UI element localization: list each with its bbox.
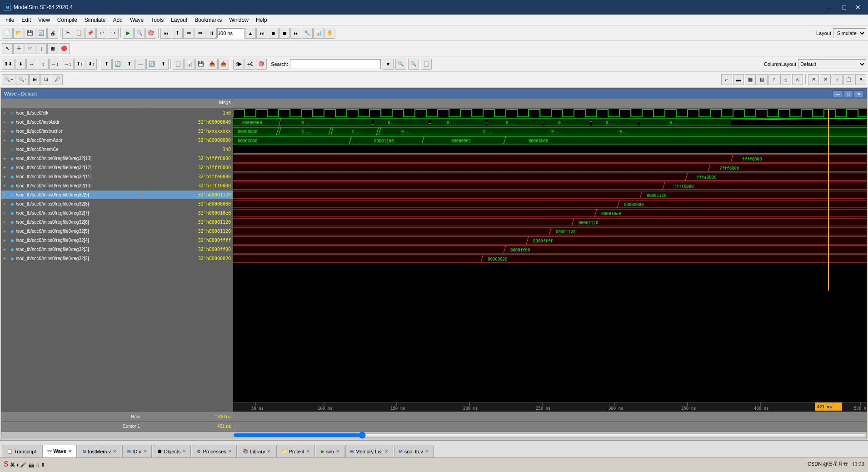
wave-ctrl1[interactable]: ⬆ <box>101 59 112 70</box>
shape-btn1[interactable]: ⌐ <box>721 74 732 85</box>
sim-btn5[interactable]: 🔧 <box>302 28 313 39</box>
maximize-button[interactable]: □ <box>839 3 850 12</box>
tab-instmem[interactable]: M InstMem.v ✕ <box>78 445 121 457</box>
wave-ctrl6[interactable]: ⬆ <box>158 59 169 70</box>
shape-btn3[interactable]: ▩ <box>745 74 756 85</box>
new-btn[interactable]: 📄 <box>2 28 13 39</box>
signal-row-reg6[interactable]: + ◆ /soc_tb/soc0/mips0/regfile0/reg32[6]… <box>1 218 233 227</box>
wave-misc3[interactable]: 🎯 <box>256 59 267 70</box>
shape-btn6[interactable]: ⎌ <box>780 74 791 85</box>
shape-btn2[interactable]: ▬ <box>733 74 744 85</box>
menu-help[interactable]: Help <box>252 16 271 24</box>
edge-btn5[interactable]: ✕ <box>855 74 866 85</box>
zoom-select-btn[interactable]: 🔎 <box>52 74 63 85</box>
signal-row-clk[interactable]: + ◇ /soc_tb/soc0/clk 1h0 <box>1 109 233 118</box>
cursor-red-btn[interactable]: 🔴 <box>59 43 70 54</box>
cursor-select-btn[interactable]: ▦ <box>47 43 58 54</box>
signal-row-reg7[interactable]: + ◆ /soc_tb/soc0/mips0/regfile0/reg32[7]… <box>1 209 233 218</box>
step-back-btn[interactable]: ⬅ <box>183 28 194 39</box>
step-up-btn[interactable]: ⬆ <box>172 28 183 39</box>
tab-project[interactable]: 📁 Project ✕ <box>276 445 314 457</box>
sim-btn3[interactable]: ⏹ <box>279 28 290 39</box>
wave-misc2[interactable]: +€ <box>244 59 255 70</box>
signal-row-reg4[interactable]: + ◆ /soc_tb/soc0/mips0/regfile0/reg32[4]… <box>1 236 233 245</box>
signal-row-reg8[interactable]: + ◆ /soc_tb/soc0/mips0/regfile0/reg32[8]… <box>1 200 233 209</box>
menu-layout[interactable]: Layout <box>167 16 191 24</box>
wave-maximize-btn[interactable]: □ <box>844 90 853 97</box>
tab-close-objects[interactable]: ✕ <box>182 449 186 454</box>
menu-window[interactable]: Window <box>225 16 252 24</box>
signal-row-instruction[interactable]: + ◆ /soc_tb/soc0/instruction 32'hxxxxxxx… <box>1 127 233 136</box>
cursor-cross-btn[interactable]: ✛ <box>13 43 24 54</box>
copy-btn[interactable]: 📋 <box>74 28 85 39</box>
expand-reg9[interactable]: + <box>3 193 9 197</box>
tab-close-instmem[interactable]: ✕ <box>113 449 116 454</box>
zoom-out-btn[interactable]: 🔍- <box>16 74 29 85</box>
zoom-fit-btn[interactable]: ⊡ <box>40 74 51 85</box>
tab-processes[interactable]: ⚙ Processes ✕ <box>192 445 236 457</box>
tab-close-wave[interactable]: ✕ <box>68 449 72 454</box>
open-btn[interactable]: 📂 <box>13 28 24 39</box>
wave-nav5[interactable]: ←↕ <box>49 59 61 70</box>
cursor-line-btn[interactable]: | <box>36 43 47 54</box>
zoom-full-btn[interactable]: ⊞ <box>29 74 40 85</box>
tab-sim[interactable]: ▶ sim ✕ <box>316 445 344 457</box>
wave-ctrl4[interactable]: — <box>135 59 146 70</box>
wave-close-btn[interactable]: ✕ <box>854 90 864 97</box>
run-btn[interactable]: ▶ <box>123 28 134 39</box>
menu-file[interactable]: File <box>2 16 18 24</box>
expand-instaddr[interactable]: + <box>3 120 9 125</box>
menu-simulate[interactable]: Simulate <box>81 16 110 24</box>
search-btn3[interactable]: 📋 <box>421 59 432 70</box>
expand-instruction[interactable]: + <box>3 129 9 134</box>
cursor-arrow-btn[interactable]: ↖ <box>2 43 13 54</box>
sim-btns[interactable]: ⏭ <box>256 28 267 39</box>
shape-btn7[interactable]: ⎋ <box>792 74 803 85</box>
find-btn[interactable]: 🔍 <box>134 28 145 39</box>
signal-row-memaddr[interactable]: + ◆ /soc_tb/soc0/memAddr 32'h00000000 <box>1 136 233 145</box>
wave-disp5[interactable]: 📤 <box>218 59 229 70</box>
tab-memorylist[interactable]: M Memory List ✕ <box>345 445 393 457</box>
menu-compile[interactable]: Compile <box>54 16 81 24</box>
expand-reg3[interactable]: + <box>3 247 9 252</box>
expand-reg6[interactable]: + <box>3 220 9 225</box>
layout-select[interactable]: Simulate Default <box>833 28 866 38</box>
shape-btn4[interactable]: ▨ <box>757 74 768 85</box>
cut-btn[interactable]: ✂ <box>62 28 73 39</box>
tab-close-project[interactable]: ✕ <box>306 449 310 454</box>
expand-reg4[interactable]: + <box>3 238 9 243</box>
wave-nav2[interactable]: ⬇ <box>15 59 26 70</box>
sim-btn2[interactable]: ⏺ <box>268 28 279 39</box>
minimize-button[interactable]: — <box>823 3 837 12</box>
cursor-hand-btn[interactable]: ☞ <box>25 43 35 54</box>
close-button[interactable]: ✕ <box>852 3 864 12</box>
expand-reg7[interactable]: + <box>3 211 9 216</box>
shape-btn5[interactable]: ⎍ <box>768 74 779 85</box>
signal-row-reg10[interactable]: + ◆ /soc_tb/soc0/mips0/regfile0/reg32[10… <box>1 181 233 191</box>
expand-clk[interactable]: + <box>3 111 9 115</box>
expand-reg5[interactable]: + <box>3 229 9 234</box>
tab-close-sim[interactable]: ✕ <box>336 449 339 454</box>
wave-nav8[interactable]: ⬇↕ <box>86 59 97 70</box>
wave-nav1[interactable]: ⬆⬇ <box>2 59 15 70</box>
wave-nav7[interactable]: ⬆↕ <box>74 59 85 70</box>
tab-library[interactable]: 📚 Library ✕ <box>238 445 276 457</box>
signal-row-reg2[interactable]: + ◆ /soc_tb/soc0/mips0/regfile0/reg32[2]… <box>1 254 233 263</box>
save-btn[interactable]: 💾 <box>25 28 35 39</box>
step-fwd-btn[interactable]: ➡ <box>195 28 205 39</box>
print-btn[interactable]: 🖨 <box>47 28 58 39</box>
undo-btn[interactable]: ↩ <box>96 28 107 39</box>
tab-close-soc-tb[interactable]: ✕ <box>425 449 429 454</box>
expand-reg8[interactable]: + <box>3 202 9 206</box>
paste-btn[interactable]: 📌 <box>85 28 96 39</box>
wave-disp4[interactable]: 📥 <box>207 59 218 70</box>
zoom-in-btn[interactable]: 🔍+ <box>2 74 15 85</box>
tab-close-memorylist[interactable]: ✕ <box>384 449 388 454</box>
tab-close-id[interactable]: ✕ <box>143 449 147 454</box>
signal-row-reg12[interactable]: + ◆ /soc_tb/soc0/mips0/regfile0/reg32[12… <box>1 163 233 172</box>
sim-btn6[interactable]: 📊 <box>313 28 324 39</box>
expand-reg13[interactable]: + <box>3 156 9 161</box>
wave-disp2[interactable]: 📊 <box>184 59 195 70</box>
wave-minimize-btn[interactable]: — <box>832 90 843 97</box>
menu-add[interactable]: Add <box>110 16 126 24</box>
